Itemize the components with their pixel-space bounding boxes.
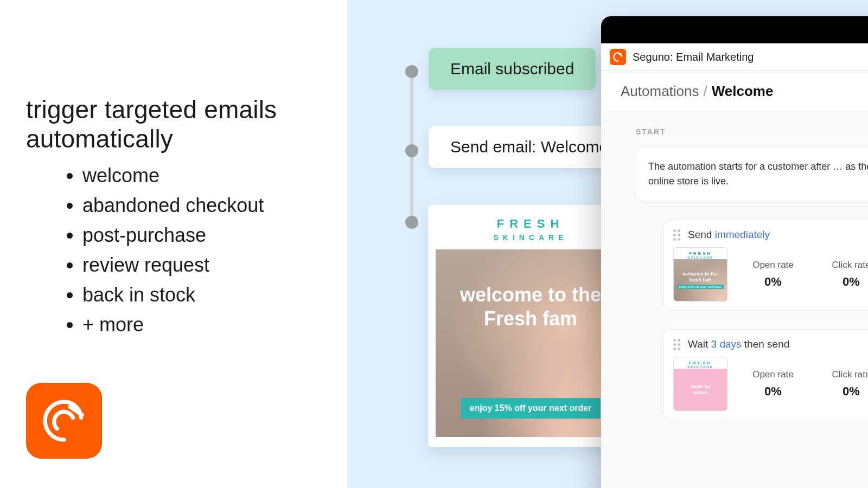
open-rate-metric: Open rate 0% [741,260,806,289]
flow-dot [405,65,418,78]
headline-line-1: trigger targeted emails [26,95,277,124]
start-label: START [636,127,868,136]
email-hero-image: welcome to the Fresh fam enjoy 15% off y… [436,249,626,437]
metric-value: 0% [764,384,782,399]
start-card[interactable]: The automation starts for a customer aft… [635,147,868,201]
app-window: Seguno: Email Marketing Automations / We… [601,16,868,488]
step-timing-link[interactable]: 3 days [711,338,742,350]
metric-label: Open rate [752,369,794,380]
thumb-brand: FRESH [689,251,712,256]
metric-value: 0% [843,384,860,399]
step-timing: Wait 3 days then send [688,338,789,350]
step-timing-suffix: then send [742,338,790,350]
list-item: post-purchase [82,222,264,249]
illustration-panel: Email subscribed Send email: Welcome FRE… [347,0,868,488]
thumb-offer-pill: enjoy 15% off your next order [677,285,724,289]
app-logo-icon [610,49,626,65]
list-item: abandoned checkout [82,192,264,219]
thumb-hero-line: nature [693,390,708,395]
seguno-logo-icon [26,383,102,459]
hero-line-1: welcome to the [460,284,601,306]
step-timing-prefix: Send [688,229,715,240]
email-offer-pill: enjoy 15% off your next order [461,398,601,419]
app-header: Seguno: Email Marketing [601,43,868,71]
metric-label: Click rate [832,369,868,380]
open-rate-metric: Open rate 0% [741,369,806,399]
thumb-brand: FRESH [689,361,712,365]
list-item: welcome [82,163,264,189]
headline-line-2: automatically [26,125,173,153]
flow-dot [405,144,418,157]
automation-canvas: START The automation starts for a custom… [601,112,868,488]
marketing-copy-panel: trigger targeted emails automatically we… [0,0,347,488]
flow-dot [405,216,418,229]
breadcrumb-current: Welcome [712,83,774,100]
drag-handle-icon[interactable] [673,339,680,350]
breadcrumb-parent[interactable]: Automations [621,83,699,100]
step-timing-prefix: Wait [688,338,711,350]
metric-value: 0% [764,275,782,289]
list-item: review request [82,252,264,279]
list-item: + more [82,312,264,338]
automation-step-card[interactable]: Send immediately FRESH SKINCARE welcome … [663,220,868,311]
email-thumbnail[interactable]: FRESH SKINCARE made by nature [673,357,727,411]
email-thumbnail[interactable]: FRESH SKINCARE welcome to the fresh fam … [673,247,727,301]
click-rate-metric: Click rate 0% [819,369,868,399]
thumb-hero-line: welcome to the [682,271,718,277]
thumb-hero-line: fresh fam [690,277,712,282]
app-title: Seguno: Email Marketing [633,51,754,63]
email-brand-sub: SKINCARE [436,233,626,242]
automation-step-card[interactable]: Wait 3 days then send FRESH SKINCARE mad… [663,329,868,420]
app-window-chrome [601,16,868,43]
feature-bullets: welcome abandoned checkout post-purchase… [61,163,264,342]
drag-handle-icon[interactable] [673,229,680,241]
step-timing-link[interactable]: immediately [715,229,770,240]
list-item: back in stock [82,282,264,309]
metric-label: Open rate [752,260,794,271]
breadcrumb: Automations / Welcome [601,71,868,112]
click-rate-metric: Click rate 0% [819,260,868,289]
email-hero-headline: welcome to the Fresh fam [436,283,626,331]
email-brand: FRESH [436,217,626,231]
breadcrumb-separator: / [704,83,707,100]
metric-value: 0% [843,275,860,289]
step-timing: Send immediately [688,229,770,241]
headline: trigger targeted emails automatically [26,95,277,154]
metric-label: Click rate [832,260,868,271]
flow-node-trigger[interactable]: Email subscribed [429,48,596,90]
thumb-hero-line: made by [691,384,711,389]
flow-node-send-email[interactable]: Send email: Welcome [429,126,630,168]
hero-line-2: Fresh fam [484,307,577,330]
